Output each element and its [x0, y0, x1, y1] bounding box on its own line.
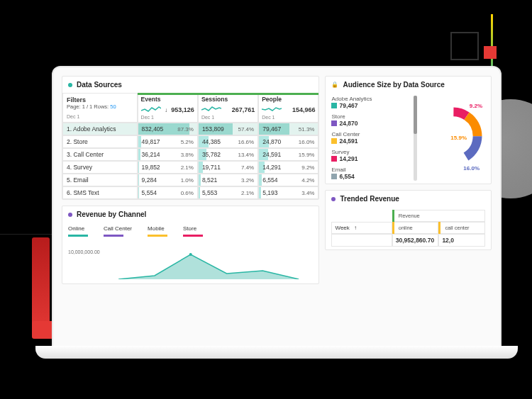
audience-legend-list: Adobe Analytics79,467Store24,870Call Cen…: [331, 96, 409, 181]
table-cell[interactable]: 35,78213.4%: [198, 148, 258, 161]
metric-total: 267,761: [232, 106, 255, 113]
rows-count[interactable]: 50: [110, 103, 116, 110]
panel-title: Trended Revenue: [340, 195, 399, 203]
audience-item[interactable]: Call Center24,591: [331, 131, 409, 145]
area-chart-svg: [68, 244, 313, 279]
col-header-people[interactable]: People 154,966 Dec 1: [258, 93, 318, 123]
panel-dot-icon: [68, 83, 72, 87]
table-cell[interactable]: 9,2841.0%: [138, 174, 198, 186]
table-cell[interactable]: 8,5213.2%: [198, 174, 258, 186]
sort-arrow-icon[interactable]: ↓: [165, 107, 167, 113]
table-cell[interactable]: 24,59115.9%: [258, 148, 318, 161]
table-cell[interactable]: 5,1933.4%: [258, 186, 318, 199]
table-cell[interactable]: 24,87016.0%: [258, 135, 318, 148]
table-cell[interactable]: 5,5540.6%: [138, 186, 198, 199]
donut-pct-label: 15.9%: [450, 135, 467, 141]
revenue-label: Revenue: [399, 213, 420, 219]
panel-data-sources: Data Sources Filters Page: 1 / 1 Rows: 5…: [62, 76, 319, 200]
donut-pct-label: 16.0%: [463, 165, 480, 172]
table-cell[interactable]: 832,40587.3%: [138, 123, 198, 135]
audience-item[interactable]: Store24,870: [331, 113, 409, 127]
metric-label: Events: [141, 96, 194, 103]
sort-arrow-icon[interactable]: ↑: [354, 225, 357, 231]
trended-table: Revenue Week ↑ online call center: [331, 210, 485, 247]
laptop-base: [35, 346, 518, 359]
audience-item[interactable]: Survey14,291: [331, 149, 409, 162]
table-row-name[interactable]: 3. Call Center: [62, 148, 138, 161]
sparkline-icon: [262, 105, 282, 113]
panel-trended-revenue: Trended Revenue Revenue Week ↑: [325, 190, 492, 250]
metric-total: 953,126: [171, 106, 194, 113]
svg-marker-0: [118, 254, 299, 279]
decorative-red-square: [484, 46, 497, 59]
dashboard-screen: Data Sources Filters Page: 1 / 1 Rows: 5…: [62, 76, 492, 351]
table-cell[interactable]: 49,8175.2%: [138, 135, 198, 148]
filters-label: Filters: [67, 96, 133, 103]
legend-item[interactable]: Call Center: [104, 225, 132, 237]
empty-cell: [331, 234, 392, 247]
panel-title: Audience Size by Data Source: [343, 81, 444, 89]
table-row-name[interactable]: 4. Survey: [62, 161, 138, 174]
decorative-square-outline: [450, 32, 479, 60]
panel-revenue-by-channel: Revenue by Channel OnlineCall CenterMobi…: [62, 206, 319, 284]
table-row-name[interactable]: 5. Email: [62, 174, 138, 186]
audience-item[interactable]: Email6,554: [331, 167, 409, 180]
svg-point-1: [189, 253, 192, 256]
metric-total: 154,966: [292, 106, 316, 113]
value-cell: 12,0: [438, 234, 485, 247]
panel-audience-size: 🔒 Audience Size by Data Source Adobe Ana…: [325, 76, 492, 184]
revenue-legend: OnlineCall CenterMobileStore: [68, 225, 313, 237]
table-row-name[interactable]: 2. Store: [62, 135, 138, 148]
y-axis-label: 10,000,000.00: [68, 249, 100, 254]
table-cell[interactable]: 19,7117.4%: [198, 161, 258, 174]
audience-item[interactable]: Adobe Analytics79,467: [331, 96, 409, 109]
sparkline-icon: [201, 105, 221, 113]
table-cell[interactable]: 153,80957.4%: [198, 123, 258, 135]
table-cell[interactable]: 6,5544.2%: [258, 174, 318, 186]
table-cell[interactable]: 14,2919.2%: [258, 161, 318, 174]
donut-chart[interactable]: 9.2% 15.9% 16.0%: [421, 96, 485, 181]
table-cell[interactable]: 36,2143.8%: [138, 148, 198, 161]
metric-label: Sessions: [201, 96, 255, 103]
lock-icon: 🔒: [331, 82, 338, 88]
decorative-red-l-shape: [32, 237, 50, 337]
donut-pct-label: 9.2%: [470, 103, 482, 109]
col-header-sessions[interactable]: Sessions 267,761 Dec 1: [198, 93, 258, 123]
table-cell[interactable]: 19,8522.1%: [138, 161, 198, 174]
legend-item[interactable]: Online: [68, 225, 88, 237]
row-label-cell[interactable]: Week ↑: [331, 222, 392, 234]
decorative-connector-line: [0, 234, 55, 235]
sparkline-icon: [141, 105, 161, 113]
table-cell[interactable]: 79,46751.3%: [258, 123, 318, 135]
table-row-name[interactable]: 6. SMS Text: [62, 186, 138, 199]
col-header-events[interactable]: Events ↓ 953,126 Dec 1: [138, 93, 198, 123]
panel-dot-icon: [331, 197, 336, 201]
filters-cell[interactable]: Filters Page: 1 / 1 Rows: 50 Dec 1: [62, 93, 138, 123]
legend-item[interactable]: Store: [183, 225, 203, 237]
scrollbar[interactable]: [414, 96, 417, 181]
scrollbar-thumb[interactable]: [414, 96, 417, 134]
page-meta: Page: 1 / 1 Rows:: [67, 103, 109, 110]
revenue-header-cell: Revenue: [392, 210, 485, 222]
value-cell: 30,952,860.70: [392, 234, 439, 247]
panel-dot-icon: [68, 213, 72, 217]
col-callcenter[interactable]: call center: [438, 222, 485, 234]
date-label: Dec 1: [67, 114, 133, 119]
metric-label: People: [262, 96, 315, 103]
legend-item[interactable]: Mobile: [148, 225, 167, 237]
data-sources-table: Filters Page: 1 / 1 Rows: 50 Dec 1 Event…: [62, 93, 318, 199]
laptop-frame: Data Sources Filters Page: 1 / 1 Rows: 5…: [53, 67, 500, 351]
table-row-name[interactable]: 1. Adobe Analytics: [62, 123, 138, 135]
table-cell[interactable]: 5,5532.1%: [198, 186, 258, 199]
table-cell[interactable]: 44,38516.6%: [198, 135, 258, 148]
panel-title: Data Sources: [77, 81, 122, 89]
col-online[interactable]: online: [392, 222, 439, 234]
panel-title: Revenue by Channel: [77, 210, 146, 218]
revenue-area-chart[interactable]: 10,000,000.00: [68, 244, 313, 279]
